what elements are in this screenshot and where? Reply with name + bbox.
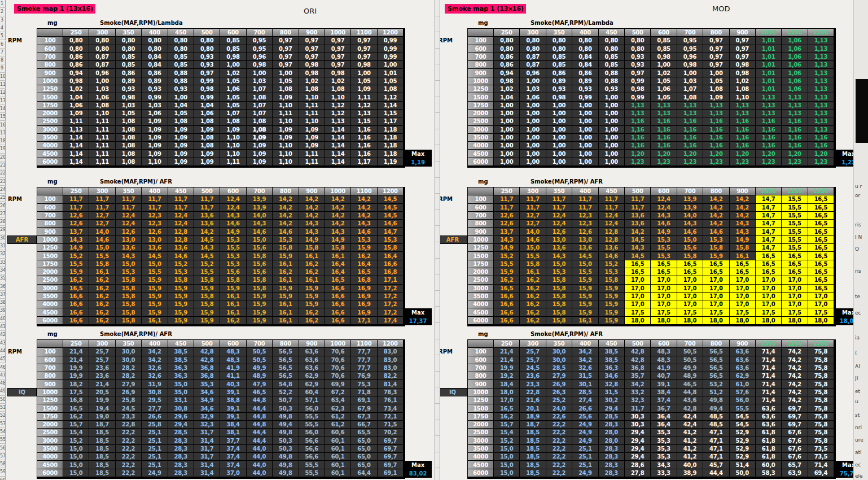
map-cell[interactable]: 17,0	[730, 285, 756, 293]
map-cell[interactable]: 0,80	[546, 37, 572, 45]
map-cell[interactable]: 83,0	[378, 356, 404, 364]
map-cell[interactable]: 0,99	[194, 93, 220, 101]
map-cell[interactable]: 15,9	[599, 317, 625, 325]
map-cell[interactable]: 0,93	[116, 85, 142, 93]
map-cell[interactable]: 14,7	[378, 228, 404, 235]
map-cell[interactable]: 1,13	[677, 110, 703, 117]
map-cell[interactable]: 1,20	[782, 150, 808, 158]
map-cell[interactable]: 1,18	[378, 150, 404, 158]
map-cell[interactable]: 26,9	[116, 389, 142, 396]
map-cell[interactable]: 18,5	[520, 445, 546, 453]
map-cell[interactable]: 11,7	[546, 195, 572, 203]
map-cell[interactable]: 34,2	[572, 356, 598, 364]
map-cell[interactable]: 44,4	[703, 469, 729, 477]
map-cell[interactable]: 14,3	[325, 228, 351, 235]
map-cell[interactable]: 12,4	[168, 212, 194, 220]
map-cell[interactable]: 14,3	[299, 228, 325, 235]
map-cell[interactable]: 0,97	[703, 45, 729, 53]
map-cell[interactable]: 28,3	[599, 469, 625, 477]
map-cell[interactable]: 15,9	[572, 285, 598, 293]
map-cell[interactable]: 16,2	[520, 300, 546, 308]
map-cell[interactable]: 1,13	[625, 102, 651, 110]
map-cell[interactable]: 60,0	[756, 461, 782, 469]
map-cell[interactable]: 56,0	[730, 396, 756, 404]
map-cell[interactable]: 70,6	[325, 364, 351, 372]
map-cell[interactable]: 1,20	[808, 150, 834, 158]
map-cell[interactable]: 67,2	[325, 389, 351, 396]
map-cell[interactable]: 36,3	[168, 372, 194, 380]
map-cell[interactable]: 16,2	[63, 276, 89, 284]
map-cell[interactable]: 15,9	[572, 293, 598, 300]
map-cell[interactable]: 60,1	[325, 437, 351, 445]
map-cell[interactable]: 18,5	[89, 469, 115, 477]
map-cell[interactable]: 0,89	[546, 77, 572, 85]
map-cell[interactable]: 69,9	[325, 380, 351, 388]
map-cell[interactable]: 13,7	[63, 228, 89, 235]
map-cell[interactable]: 69,7	[782, 413, 808, 421]
map-cell[interactable]: 44,0	[247, 445, 273, 453]
map-cell[interactable]: 1,00	[546, 150, 572, 158]
map-cell[interactable]: 1,13	[651, 102, 677, 110]
map-cell[interactable]: 1,01	[756, 45, 782, 53]
map-cell[interactable]: 0,98	[730, 61, 756, 69]
map-cell[interactable]: 1,19	[378, 158, 404, 166]
map-cell[interactable]: 1,06	[142, 110, 168, 117]
map-cell[interactable]: 15,9	[599, 308, 625, 316]
map-cell[interactable]: 39,1	[220, 413, 246, 421]
map-cell[interactable]: 0,93	[572, 85, 598, 93]
map-cell[interactable]: 11,7	[546, 204, 572, 212]
map-cell[interactable]: 18,5	[89, 437, 115, 445]
map-cell[interactable]: 0,80	[89, 37, 115, 45]
map-cell[interactable]: 1,00	[572, 102, 598, 110]
map-cell[interactable]: 69,7	[378, 461, 404, 469]
map-cell[interactable]: 1,16	[677, 126, 703, 134]
map-cell[interactable]: 15,5	[782, 220, 808, 228]
map-cell[interactable]: 14,3	[677, 220, 703, 228]
map-cell[interactable]: 1,09	[299, 134, 325, 142]
map-cell[interactable]: 47,9	[247, 380, 273, 388]
map-cell[interactable]: 1,16	[703, 117, 729, 125]
map-cell[interactable]: 32,9	[194, 413, 220, 421]
map-cell[interactable]: 63,6	[730, 364, 756, 372]
map-cell[interactable]: 11,7	[194, 204, 220, 212]
map-cell[interactable]: 12,4	[546, 220, 572, 228]
map-cell[interactable]: 41,1	[220, 372, 246, 380]
map-cell[interactable]: 19,0	[89, 413, 115, 421]
map-cell[interactable]: 15,0	[572, 260, 598, 268]
map-cell[interactable]: 1,00	[703, 69, 729, 77]
map-cell[interactable]: 0,80	[142, 37, 168, 45]
map-cell[interactable]: 1,08	[730, 85, 756, 93]
map-cell[interactable]: 17,5	[782, 308, 808, 316]
map-cell[interactable]: 17,0	[730, 293, 756, 300]
map-cell[interactable]: 48,3	[651, 348, 677, 356]
map-cell[interactable]: 21,4	[63, 356, 89, 364]
map-cell[interactable]: 1,03	[677, 77, 703, 85]
map-cell[interactable]: 38,5	[599, 356, 625, 364]
map-cell[interactable]: 1,08	[325, 85, 351, 93]
map-cell[interactable]: 29,6	[168, 413, 194, 421]
map-cell[interactable]: 25,7	[89, 356, 115, 364]
map-cell[interactable]: 14,2	[703, 212, 729, 220]
map-cell[interactable]: 14,3	[299, 220, 325, 228]
map-cell[interactable]: 1,10	[273, 117, 299, 125]
map-cell[interactable]: 13,6	[116, 244, 142, 252]
map-cell[interactable]: 1,10	[273, 102, 299, 110]
map-cell[interactable]: 1,00	[599, 158, 625, 166]
map-cell[interactable]: 13,6	[168, 244, 194, 252]
map-cell[interactable]: 15,8	[325, 244, 351, 252]
map-cell[interactable]: 1,08	[116, 158, 142, 166]
map-cell[interactable]: 1,02	[299, 77, 325, 85]
map-cell[interactable]: 16,5	[808, 220, 834, 228]
map-cell[interactable]: 47,1	[703, 445, 729, 453]
map-cell[interactable]: 14,5	[378, 212, 404, 220]
map-cell[interactable]: 16,5	[756, 260, 782, 268]
map-cell[interactable]: 15,5	[220, 244, 246, 252]
map-cell[interactable]: 1,20	[677, 150, 703, 158]
map-cell[interactable]: 16,5	[808, 252, 834, 260]
map-cell[interactable]: 14,5	[194, 252, 220, 260]
map-cell[interactable]: 33,1	[168, 396, 194, 404]
map-cell[interactable]: 0,86	[546, 69, 572, 77]
map-cell[interactable]: 12,4	[116, 212, 142, 220]
map-cell[interactable]: 75,8	[808, 356, 834, 364]
map-cell[interactable]: 15,9	[142, 276, 168, 284]
